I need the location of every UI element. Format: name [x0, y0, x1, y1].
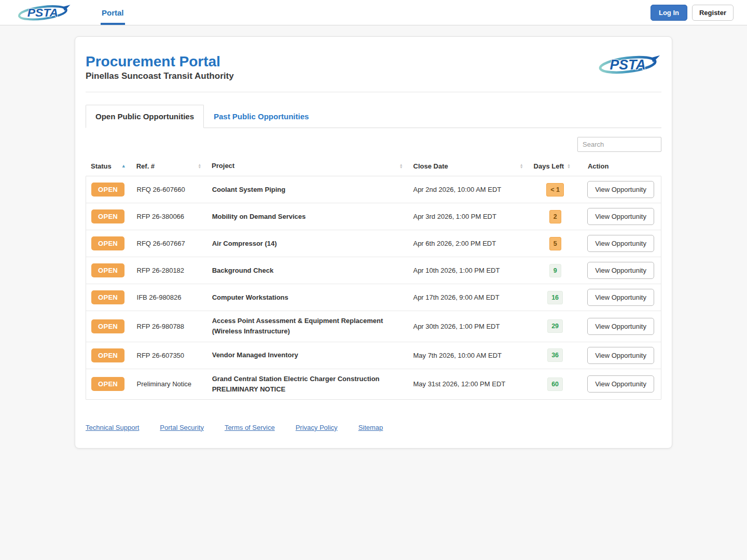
footer-links: Technical Support Portal Security Terms …: [86, 422, 661, 436]
close-date: May 7th 2026, 10:00 AM EDT: [408, 347, 528, 364]
link-terms-of-service[interactable]: Terms of Service: [225, 424, 275, 431]
ref-number: RFQ 26-607660: [132, 181, 207, 198]
column-label: Status: [91, 162, 112, 170]
link-sitemap[interactable]: Sitemap: [358, 424, 383, 431]
link-portal-security[interactable]: Portal Security: [160, 424, 204, 431]
ref-number: RFP 26-380066: [132, 208, 207, 225]
view-opportunity-button[interactable]: View Opportunity: [587, 262, 654, 279]
column-header-days-left[interactable]: Days Left ▲▼: [529, 157, 583, 176]
days-left-badge: 60: [547, 377, 563, 391]
project-name: Computer Workstations: [207, 288, 408, 307]
table-row: OPEN RFP 26-380066 Mobility on Demand Se…: [86, 203, 661, 230]
ref-number: RFP 26-607350: [132, 347, 207, 364]
table-row: OPEN RFP 26-280182 Background Check Apr …: [86, 257, 661, 284]
page-title: Procurement Portal: [86, 53, 234, 70]
card-header: Procurement Portal Pinellas Suncoast Tra…: [86, 47, 661, 92]
view-opportunity-button[interactable]: View Opportunity: [587, 181, 654, 198]
sort-icon: ▲▼: [198, 163, 201, 169]
sort-icon: ▲▼: [520, 163, 523, 169]
status-badge: OPEN: [91, 183, 125, 197]
days-left-badge: < 1: [546, 183, 564, 197]
table-row: OPEN Preliminary Notice Grand Central St…: [86, 369, 661, 399]
ref-number: RFP 26-980788: [132, 318, 207, 335]
project-name: Grand Central Station Electric Charger C…: [207, 369, 408, 399]
project-name: Coolant System Piping: [207, 180, 408, 200]
column-label: Action: [588, 162, 608, 170]
link-technical-support[interactable]: Technical Support: [86, 424, 139, 431]
tab-open-public-opportunities[interactable]: Open Public Opportunities: [86, 105, 204, 128]
days-left-badge: 29: [547, 319, 563, 333]
table-row: OPEN RFQ 26-607660 Coolant System Piping…: [86, 176, 661, 203]
table-row: OPEN RFP 26-607350 Vendor Managed Invent…: [86, 342, 661, 369]
psta-logo-icon: PSTA: [596, 53, 661, 75]
sort-icon: ▲▼: [567, 163, 571, 169]
status-badge: OPEN: [91, 377, 125, 391]
close-date: May 31st 2026, 12:00 PM EDT: [408, 375, 528, 393]
psta-logo[interactable]: PSTA: [13, 0, 74, 25]
search-input[interactable]: [577, 137, 661, 152]
view-opportunity-button[interactable]: View Opportunity: [587, 318, 654, 335]
column-header-action: Action: [583, 157, 661, 176]
column-label: Days Left: [534, 162, 564, 170]
column-label: Ref. #: [136, 162, 155, 170]
ref-number: RFQ 26-607667: [132, 235, 207, 252]
column-header-project[interactable]: Project ▲▼: [206, 157, 408, 176]
project-name: Mobility on Demand Services: [207, 207, 408, 227]
psta-logo-card: PSTA: [596, 53, 661, 77]
project-name: Vendor Managed Inventory: [207, 345, 408, 365]
page-subtitle: Pinellas Suncoast Transit Authority: [86, 71, 234, 81]
opportunities-tabs: Open Public Opportunities Past Public Op…: [86, 105, 661, 128]
project-name: Air Compressor (14): [207, 234, 408, 254]
status-badge: OPEN: [91, 290, 125, 304]
status-badge: OPEN: [91, 263, 125, 277]
view-opportunity-button[interactable]: View Opportunity: [587, 208, 654, 225]
project-name-line2: PRELIMINARY NOTICE: [212, 384, 403, 395]
days-left-badge: 5: [549, 237, 561, 250]
days-left-badge: 36: [547, 348, 563, 362]
close-date: Apr 3rd 2026, 1:00 PM EDT: [408, 208, 528, 225]
close-date: Apr 17th 2026, 9:00 AM EDT: [408, 289, 528, 306]
view-opportunity-button[interactable]: View Opportunity: [587, 235, 654, 252]
status-badge: OPEN: [91, 348, 125, 362]
column-label: Close Date: [413, 162, 448, 170]
ref-number: Preliminary Notice: [132, 375, 207, 393]
sort-ascending-icon: ▲: [121, 163, 126, 169]
table-header: Status ▲ Ref. # ▲▼ Project ▲▼ Close Date…: [86, 157, 661, 176]
table-row: OPEN RFP 26-980788 Access Point Assessme…: [86, 311, 661, 342]
psta-logo-icon: PSTA: [13, 3, 74, 22]
tab-past-public-opportunities[interactable]: Past Public Opportunities: [204, 105, 319, 128]
column-header-status[interactable]: Status ▲: [86, 157, 131, 176]
project-name-line1: Grand Central Station Electric Charger C…: [212, 374, 403, 384]
close-date: Apr 6th 2026, 2:00 PM EDT: [408, 235, 528, 252]
table-row: OPEN IFB 26-980826 Computer Workstations…: [86, 284, 661, 311]
view-opportunity-button[interactable]: View Opportunity: [587, 347, 654, 364]
ref-number: IFB 26-980826: [132, 289, 207, 306]
nav-portal-link[interactable]: Portal: [101, 0, 125, 25]
view-opportunity-button[interactable]: View Opportunity: [587, 289, 654, 306]
column-header-ref[interactable]: Ref. # ▲▼: [131, 157, 206, 176]
view-opportunity-button[interactable]: View Opportunity: [587, 375, 654, 393]
days-left-badge: 16: [547, 291, 563, 304]
login-button[interactable]: Log In: [651, 5, 687, 21]
close-date: Apr 2nd 2026, 10:00 AM EDT: [408, 181, 528, 198]
column-header-close-date[interactable]: Close Date ▲▼: [408, 157, 529, 176]
top-navbar: PSTA Portal Log In Register: [0, 0, 747, 25]
sort-icon: ▲▼: [399, 163, 403, 169]
svg-text:PSTA: PSTA: [610, 57, 645, 73]
status-badge: OPEN: [91, 319, 125, 333]
opportunities-table: OPEN RFQ 26-607660 Coolant System Piping…: [86, 176, 661, 400]
status-badge: OPEN: [91, 209, 125, 223]
project-name: Background Check: [207, 261, 408, 281]
days-left-badge: 2: [549, 210, 561, 223]
days-left-badge: 9: [549, 264, 561, 277]
svg-text:PSTA: PSTA: [27, 6, 58, 19]
register-button[interactable]: Register: [692, 5, 734, 21]
status-badge: OPEN: [91, 236, 125, 250]
table-row: OPEN RFQ 26-607667 Air Compressor (14) A…: [86, 230, 661, 257]
project-name: Access Point Assessment & Equipment Repl…: [207, 311, 408, 341]
link-privacy-policy[interactable]: Privacy Policy: [296, 424, 338, 431]
ref-number: RFP 26-280182: [132, 262, 207, 279]
close-date: Apr 10th 2026, 1:00 PM EDT: [408, 262, 528, 279]
column-label: Project: [212, 161, 234, 171]
close-date: Apr 30th 2026, 1:00 PM EDT: [408, 318, 528, 335]
